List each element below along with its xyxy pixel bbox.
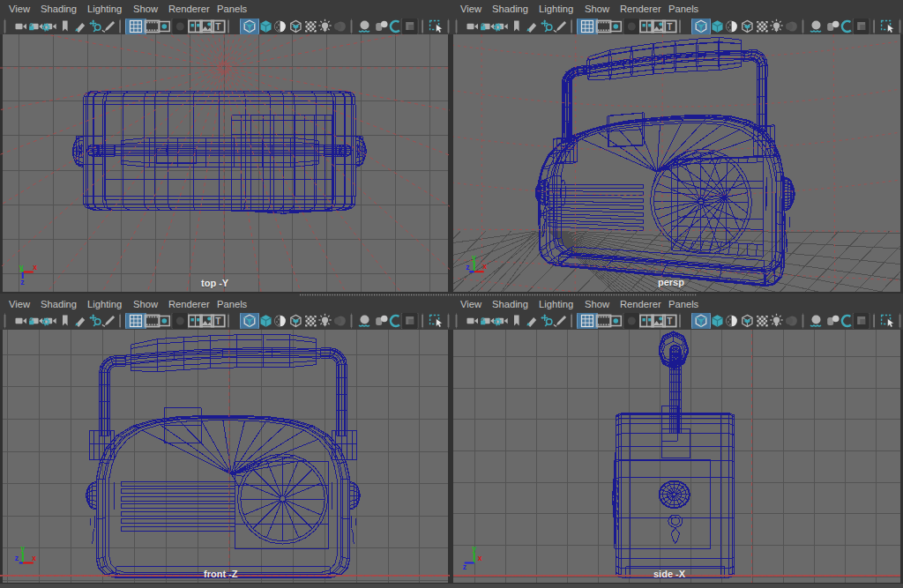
svg-text:T: T (667, 22, 672, 32)
svg-text:x: x (32, 554, 36, 562)
svg-text:y: y (19, 263, 24, 272)
svg-text:x: x (33, 263, 37, 272)
svg-text:z: z (463, 562, 466, 571)
svg-text:x: x (482, 262, 487, 271)
svg-text:z: z (15, 554, 19, 562)
svg-text:x: x (478, 554, 482, 562)
svg-text:z: z (466, 263, 469, 272)
svg-text:y: y (20, 544, 25, 553)
svg-text:y: y (472, 253, 476, 262)
svg-text:T: T (215, 316, 220, 326)
svg-text:z: z (20, 278, 24, 287)
svg-text:y: y (472, 544, 476, 553)
svg-text:T: T (667, 316, 672, 326)
svg-text:T: T (215, 22, 220, 32)
